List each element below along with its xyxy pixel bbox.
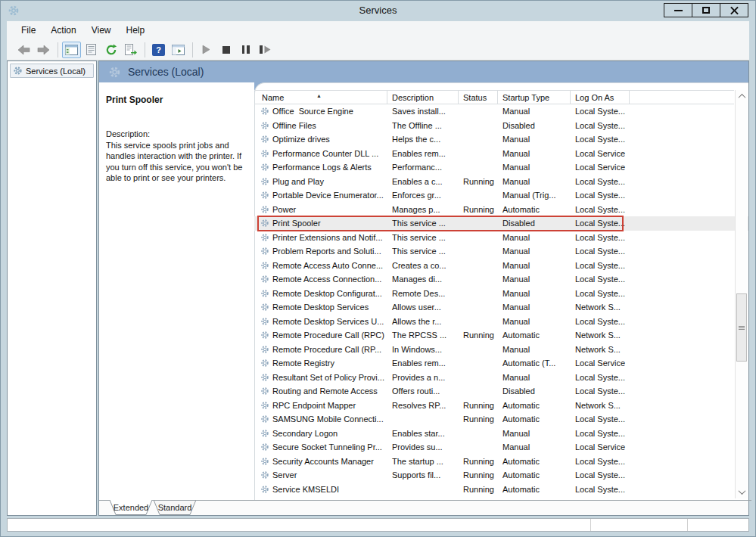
service-status: Running <box>459 399 498 413</box>
vertical-scrollbar[interactable] <box>735 90 748 498</box>
service-detail-pane: Print Spooler Description: This service … <box>99 82 254 500</box>
table-row[interactable]: Server Supports fil... Running Automatic… <box>254 468 748 483</box>
service-gear-icon <box>260 429 269 438</box>
service-description: Enables rem... <box>387 356 459 371</box>
table-row[interactable]: Plug and Play Enables a c... Running Man… <box>254 175 748 189</box>
column-header-name[interactable]: Name ▲ <box>254 91 387 104</box>
service-name: Portable Device Enumerator... <box>272 191 384 200</box>
table-row[interactable]: Performance Logs & Alerts Performanc... … <box>254 160 748 175</box>
service-startup-type: Manual <box>498 315 571 329</box>
table-row[interactable]: Office Source Engine Saves install... Ma… <box>254 104 748 119</box>
service-description: Saves install... <box>387 104 459 119</box>
tree-item-label: Services (Local) <box>26 67 86 76</box>
status-bar <box>7 518 749 532</box>
menu-view[interactable]: View <box>84 23 119 38</box>
service-name: Resultant Set of Policy Provi... <box>272 373 384 382</box>
close-icon <box>730 5 739 15</box>
toolbar-separator <box>58 42 58 57</box>
maximize-button[interactable] <box>692 3 720 17</box>
table-row[interactable]: Resultant Set of Policy Provi... Provide… <box>254 371 748 385</box>
service-gear-icon <box>260 177 269 186</box>
help-button[interactable]: ? <box>149 42 168 58</box>
table-row[interactable]: Remote Procedure Call (RPC) The RPCSS ..… <box>254 328 748 343</box>
menu-action[interactable]: Action <box>43 23 83 38</box>
properties-button[interactable] <box>82 42 101 58</box>
toolbar-separator <box>192 42 193 57</box>
service-log-on-as: Local Syste... <box>571 412 630 427</box>
table-row[interactable]: Secure Socket Tunneling Pr... Provides s… <box>254 440 748 455</box>
table-row[interactable]: Offline Files The Offline ... Disabled L… <box>254 119 748 133</box>
menu-file[interactable]: File <box>14 23 43 38</box>
column-header-status[interactable]: Status <box>459 91 498 104</box>
column-header-description[interactable]: Description <box>387 91 459 104</box>
service-name: Remote Desktop Configurat... <box>272 289 382 298</box>
table-row[interactable]: Remote Procedure Call (RP... In Windows.… <box>254 343 748 357</box>
menu-help[interactable]: Help <box>119 23 153 38</box>
service-gear-icon <box>260 373 269 382</box>
stop-service-button[interactable] <box>216 42 235 58</box>
service-log-on-as: Local Syste... <box>571 483 630 497</box>
service-description: Remote Des... <box>387 287 459 301</box>
service-name: Offline Files <box>272 121 316 130</box>
service-startup-type: Automatic <box>498 203 571 217</box>
service-startup-type: Manual <box>498 287 571 301</box>
table-row[interactable]: Secondary Logon Enables star... Manual L… <box>254 427 748 441</box>
table-row[interactable]: Power Manages p... Running Automatic Loc… <box>254 203 748 217</box>
table-row[interactable]: Remote Desktop Configurat... Remote Des.… <box>254 287 748 301</box>
scrollbar-thumb[interactable] <box>736 293 747 362</box>
service-description: This service ... <box>387 216 459 231</box>
column-header-log-on-as[interactable]: Log On As <box>571 91 630 104</box>
scroll-down-button[interactable] <box>736 486 748 498</box>
table-row[interactable]: Printer Extensions and Notif... This ser… <box>254 231 748 245</box>
tab-extended[interactable]: Extended <box>110 500 152 515</box>
table-row[interactable]: Service KMSELDI Running Automatic Local … <box>254 483 748 497</box>
show-console-tree-button[interactable] <box>62 42 81 58</box>
pause-service-button[interactable] <box>236 42 255 58</box>
refresh-button[interactable] <box>101 42 120 58</box>
tab-standard[interactable]: Standard <box>154 500 196 515</box>
export-list-button[interactable] <box>121 42 140 58</box>
service-name: Remote Desktop Services U... <box>272 317 384 326</box>
table-row[interactable]: Routing and Remote Access Offers routi..… <box>254 384 748 399</box>
table-row[interactable]: Optimize drives Helps the c... Manual Lo… <box>254 132 748 147</box>
service-status <box>459 384 498 399</box>
table-row[interactable]: SAMSUNG Mobile Connecti... Running Autom… <box>254 412 748 427</box>
table-row[interactable]: Remote Access Connection... Manages di..… <box>254 272 748 287</box>
table-row[interactable]: Remote Desktop Services U... Allows the … <box>254 315 748 329</box>
table-row[interactable]: Security Accounts Manager The startup ..… <box>254 455 748 469</box>
minimize-button[interactable] <box>664 3 692 17</box>
scroll-up-button[interactable] <box>736 90 748 103</box>
service-gear-icon <box>260 401 269 410</box>
start-service-button[interactable] <box>197 42 216 58</box>
service-log-on-as: Local Syste... <box>571 455 630 469</box>
extended-view-button[interactable] <box>169 42 188 58</box>
service-status <box>459 371 498 385</box>
close-button[interactable] <box>720 3 748 17</box>
table-row[interactable]: Portable Device Enumerator... Enforces g… <box>254 188 748 203</box>
restart-service-icon <box>260 45 271 54</box>
table-row[interactable]: RPC Endpoint Mapper Resolves RP... Runni… <box>254 399 748 413</box>
back-button[interactable] <box>14 42 33 58</box>
service-name: Power <box>272 205 296 214</box>
service-log-on-as: Network S... <box>571 328 630 343</box>
view-tabs: Standard Extended <box>99 500 748 515</box>
restart-service-button[interactable] <box>256 42 275 58</box>
service-log-on-as: Network S... <box>571 343 630 357</box>
table-row[interactable]: Problem Reports and Soluti... This servi… <box>254 244 748 259</box>
table-row[interactable]: Print Spooler This service ... Disabled … <box>254 216 748 231</box>
service-status <box>459 287 498 301</box>
table-row[interactable]: Remote Registry Enables rem... Automatic… <box>254 356 748 371</box>
service-log-on-as: Local Syste... <box>571 427 630 441</box>
service-status <box>459 356 498 371</box>
service-log-on-as: Local Service <box>571 440 630 455</box>
table-row[interactable]: Performance Counter DLL ... Enables rem.… <box>254 147 748 161</box>
help-icon: ? <box>152 44 165 56</box>
forward-button[interactable] <box>34 42 53 58</box>
table-row[interactable]: Remote Desktop Services Allows user... M… <box>254 300 748 315</box>
scrollbar-track[interactable] <box>736 103 748 486</box>
table-row[interactable]: Remote Access Auto Conne... Creates a co… <box>254 259 748 273</box>
service-description-label: Description: <box>106 129 255 140</box>
tree-item-services-local[interactable]: Services (Local) <box>10 64 94 78</box>
service-startup-type: Automatic (T... <box>498 356 571 371</box>
column-header-startup-type[interactable]: Startup Type <box>498 91 571 104</box>
